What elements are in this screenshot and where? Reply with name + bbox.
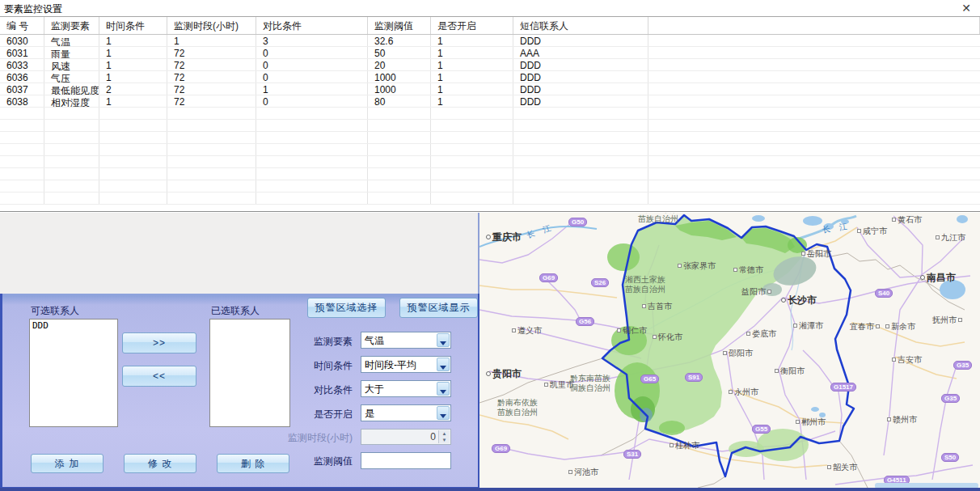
move-left-button[interactable]: << (122, 366, 196, 387)
period-spinner-value: 0 (430, 431, 436, 442)
move-left-label: << (153, 370, 166, 382)
table-cell: 时间条件 (99, 17, 167, 34)
table-cell (167, 144, 256, 155)
table-cell: 最低能见度 (44, 83, 99, 95)
chevron-down-icon[interactable] (437, 358, 450, 371)
table-row[interactable]: 6037最低能见度272110001DDD (0, 83, 980, 95)
table-cell (431, 168, 513, 180)
table-row[interactable] (0, 108, 980, 120)
city-label: 赣州市 (887, 414, 917, 425)
table-cell: 1 (167, 35, 256, 46)
table-cell: DDD (513, 95, 648, 107)
table-row[interactable] (0, 132, 980, 144)
city-label: 铜仁市 (617, 325, 647, 337)
city-label: 韶关市 (827, 462, 857, 473)
table-cell: 6030 (0, 35, 44, 46)
table-cell (256, 180, 368, 192)
close-icon[interactable]: ✕ (959, 2, 974, 15)
table-cell: DDD (513, 83, 648, 95)
list-item[interactable]: DDD (32, 320, 115, 331)
table-cell (44, 108, 99, 119)
city-marker-icon (653, 335, 657, 339)
road-badge: G35 (953, 361, 972, 370)
city-label: 遵义市 (512, 325, 542, 337)
district-label: 黔东南苗族侗族自治州 (570, 374, 610, 393)
table-row[interactable]: 6031雨量1720501AAA (0, 47, 980, 59)
table-cell (648, 120, 980, 131)
table-row[interactable] (0, 193, 980, 205)
chevron-down-icon[interactable] (437, 333, 450, 347)
table-row[interactable]: 6030气温11332.61DDD (0, 35, 980, 47)
spacer-pane (0, 213, 479, 294)
table-row[interactable] (0, 144, 980, 156)
move-right-button[interactable]: >> (122, 332, 196, 353)
table-cell (0, 180, 44, 192)
table-cell: 1 (99, 35, 167, 46)
city-name: 南昌市 (927, 272, 956, 283)
city-label: 衡阳市 (775, 366, 805, 377)
table-cell (256, 132, 368, 143)
selected-contacts-list[interactable] (209, 319, 290, 427)
table-cell: 3 (256, 35, 368, 46)
table-cell: 1 (431, 83, 513, 95)
table-cell: 80 (368, 95, 431, 107)
district-label: 黔南布依族苗族自治州 (497, 398, 538, 417)
table-cell: 72 (167, 59, 256, 70)
titlebar: 要素监控设置 ✕ (0, 0, 980, 16)
table-row[interactable]: 6033风速1720201DDD (0, 59, 980, 71)
element-field-label: 监测要素 (280, 335, 353, 349)
enabled-combo[interactable]: 是 (361, 404, 451, 421)
table-cell: 2 (99, 83, 167, 95)
table-row[interactable] (0, 120, 980, 132)
table-cell: 相对湿度 (44, 95, 99, 107)
city-name: 贵阳市 (492, 368, 522, 379)
table-cell: 6037 (0, 83, 44, 95)
modify-button[interactable]: 修 改 (124, 454, 196, 473)
district-label: 湘西土家族苗族自治州 (625, 275, 665, 294)
compare-cond-combo-value: 大于 (365, 383, 384, 396)
city-label: 长沙市 (781, 294, 817, 307)
table-row[interactable] (0, 168, 980, 180)
warning-area-show-button[interactable]: 预警区域显示 (399, 298, 478, 318)
compare-cond-combo[interactable]: 大于 (361, 380, 451, 397)
table-cell (431, 156, 513, 167)
period-spinner[interactable]: 0 ▲▼ (361, 429, 451, 445)
city-name: 郴州市 (801, 417, 826, 426)
table-row[interactable] (0, 180, 980, 193)
road-badge: G35 (941, 394, 960, 403)
city-name: 吉首市 (648, 302, 672, 311)
element-combo[interactable]: 气温 (361, 332, 451, 349)
city-label: 宜春市 (850, 321, 880, 332)
city-label: 桂林市 (670, 440, 699, 451)
city-name: 桂林市 (675, 441, 699, 450)
city-marker-icon (670, 443, 674, 447)
available-contacts-list[interactable]: DDD (29, 319, 118, 427)
city-name: 铜仁市 (623, 326, 647, 335)
city-label: 贵阳市 (486, 367, 522, 381)
road-badge: G1517 (830, 383, 856, 392)
threshold-input[interactable] (361, 452, 451, 469)
city-marker-icon (486, 371, 491, 376)
road-badge: S50 (941, 453, 959, 462)
city-name: 九江市 (941, 233, 965, 242)
city-marker-icon (885, 324, 889, 328)
chevron-down-icon[interactable] (437, 382, 450, 396)
chevron-down-icon[interactable] (437, 406, 450, 420)
table-cell: 72 (167, 71, 256, 83)
table-cell: 50 (368, 47, 431, 58)
delete-button[interactable]: 删 除 (217, 454, 289, 473)
table-row[interactable] (0, 156, 980, 168)
table-row[interactable]: 6038相对湿度1720801DDD (0, 95, 980, 108)
city-label: 张家界市 (678, 260, 716, 272)
city-label: 咸宁市 (857, 226, 887, 237)
warning-area-select-button[interactable]: 预警区域选择 (307, 298, 386, 318)
city-name: 长沙市 (788, 294, 817, 306)
table-cell: 1 (99, 95, 167, 107)
region-map[interactable]: 重庆市遵义市贵阳市凯里市河池市桂林市铜仁市张家界市吉首市怀化市常德市益阳市岳阳市… (479, 213, 980, 491)
spinner-arrows-icon[interactable]: ▲▼ (438, 430, 450, 443)
time-cond-combo[interactable]: 时间段-平均 (361, 356, 451, 373)
add-button[interactable]: 添 加 (31, 454, 103, 473)
table-row[interactable]: 6036气压172010001DDD (0, 71, 980, 83)
table-cell: 6036 (0, 71, 44, 83)
table-cell: 1 (431, 71, 513, 83)
